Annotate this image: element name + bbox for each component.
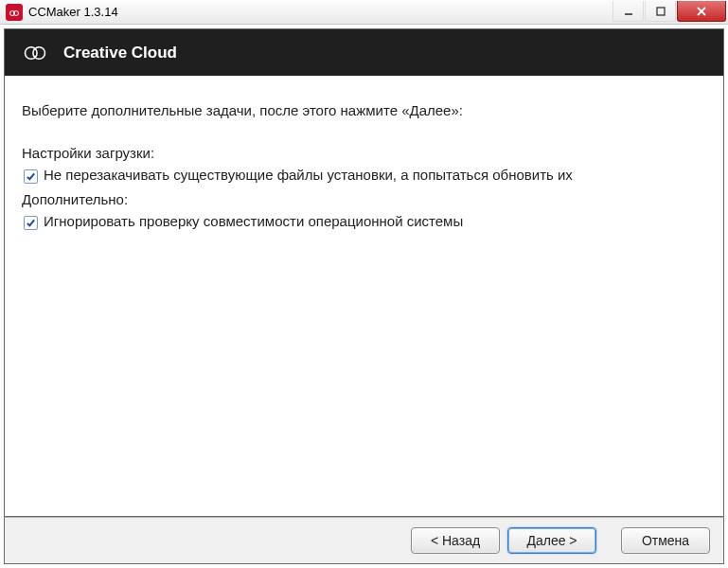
checkbox-row-download: Не перезакачивать существующие файлы уст… — [24, 167, 706, 184]
instruction-text: Выберите дополнительные задачи, после эт… — [22, 102, 706, 118]
content-area: Выберите дополнительные задачи, после эт… — [4, 76, 724, 517]
cancel-button[interactable]: Отмена — [621, 527, 710, 554]
checkbox-row-ignorecompat: Игнорировать проверку совместимости опер… — [24, 213, 706, 230]
title-bar: CCMaker 1.3.14 — [0, 0, 728, 25]
maximize-button[interactable] — [645, 1, 676, 22]
app-icon — [6, 4, 23, 21]
back-button[interactable]: < Назад — [411, 527, 500, 554]
next-button[interactable]: Далее > — [507, 527, 596, 554]
svg-point-7 — [33, 46, 45, 59]
minimize-button[interactable] — [613, 1, 644, 22]
creative-cloud-icon — [22, 40, 48, 66]
header-title: Creative Cloud — [63, 44, 177, 62]
checkbox-ignorecompat-label: Игнорировать проверку совместимости опер… — [44, 213, 463, 229]
window-controls — [612, 1, 726, 22]
header-bar: Creative Cloud — [4, 28, 724, 76]
close-button[interactable] — [677, 1, 726, 22]
checkbox-ignorecompat[interactable] — [24, 216, 38, 230]
checkbox-download-label: Не перезакачивать существующие файлы уст… — [44, 167, 573, 183]
section-additional-label: Дополнительно: — [22, 191, 706, 207]
checkbox-download[interactable] — [24, 169, 38, 184]
section-download-label: Настройки загрузки: — [22, 145, 706, 161]
window-title: CCMaker 1.3.14 — [28, 5, 118, 19]
svg-rect-3 — [657, 8, 665, 15]
footer-bar: < Назад Далее > Отмена — [4, 517, 724, 564]
